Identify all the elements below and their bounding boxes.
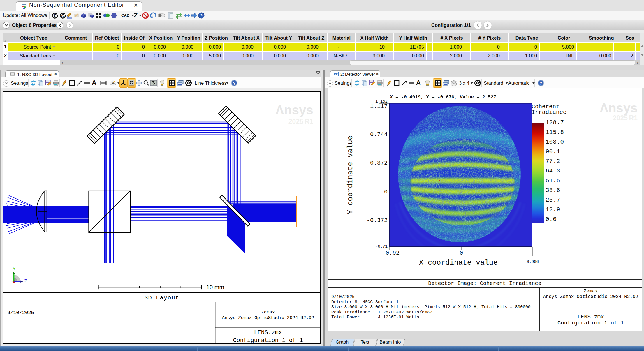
svg-text:10 mm: 10 mm xyxy=(206,284,224,290)
svg-text:Configuration 1 of 1: Configuration 1 of 1 xyxy=(233,337,303,344)
svg-text:Λnsys: Λnsys xyxy=(275,103,313,117)
svg-text:1: 1 xyxy=(54,14,55,17)
svg-text:LENS.zmx: LENS.zmx xyxy=(254,329,282,336)
svg-text:Z: Z xyxy=(24,279,27,284)
svg-text:2025 R1: 2025 R1 xyxy=(288,118,313,125)
svg-text:3D Layout: 3D Layout xyxy=(144,294,179,301)
svg-text:Y: Y xyxy=(13,267,15,272)
svg-text:Zemax: Zemax xyxy=(261,310,275,315)
svg-text:?: ? xyxy=(540,81,542,86)
svg-text:?: ? xyxy=(233,81,236,86)
svg-text:?: ? xyxy=(200,13,203,18)
svg-text:Ansys Zemax OpticStudio 2024 R: Ansys Zemax OpticStudio 2024 R2.02 xyxy=(222,315,314,320)
svg-text:A: A xyxy=(61,14,64,17)
svg-text:9/10/2025: 9/10/2025 xyxy=(7,310,34,315)
